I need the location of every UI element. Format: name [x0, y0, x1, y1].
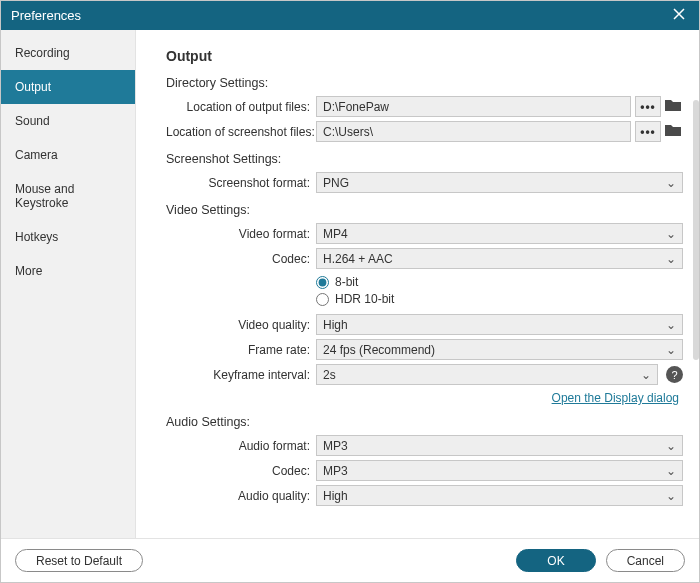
bitdepth-8bit-input[interactable]: [316, 276, 329, 289]
screenshot-location-browse-button[interactable]: •••: [635, 121, 661, 142]
video-codec-label: Codec:: [166, 252, 316, 266]
audio-codec-label: Codec:: [166, 464, 316, 478]
screenshot-location-open-folder-icon[interactable]: [665, 123, 683, 141]
screenshot-location-field[interactable]: C:\Users\: [316, 121, 631, 142]
video-format-value: MP4: [323, 227, 348, 241]
sidebar-item-output[interactable]: Output: [1, 70, 135, 104]
body: Recording Output Sound Camera Mouse and …: [1, 30, 699, 538]
audio-format-value: MP3: [323, 439, 348, 453]
chevron-down-icon: ⌄: [666, 489, 676, 503]
chevron-down-icon: ⌄: [666, 318, 676, 332]
section-video: Video Settings:: [166, 203, 683, 217]
audio-format-select[interactable]: MP3 ⌄: [316, 435, 683, 456]
bitdepth-hdr-input[interactable]: [316, 293, 329, 306]
chevron-down-icon: ⌄: [666, 439, 676, 453]
chevron-down-icon: ⌄: [641, 368, 651, 382]
keyframe-interval-value: 2s: [323, 368, 336, 382]
page-title: Output: [166, 48, 683, 64]
section-directory: Directory Settings:: [166, 76, 683, 90]
keyframe-interval-select[interactable]: 2s ⌄: [316, 364, 658, 385]
ok-button[interactable]: OK: [516, 549, 595, 572]
frame-rate-value: 24 fps (Recommend): [323, 343, 435, 357]
output-location-field[interactable]: D:\FonePaw: [316, 96, 631, 117]
output-location-label: Location of output files:: [166, 100, 316, 114]
screenshot-format-label: Screenshot format:: [166, 176, 316, 190]
reset-to-default-button[interactable]: Reset to Default: [15, 549, 143, 572]
section-audio: Audio Settings:: [166, 415, 683, 429]
video-codec-select[interactable]: H.264 + AAC ⌄: [316, 248, 683, 269]
sidebar-item-mouse-keystroke[interactable]: Mouse and Keystroke: [1, 172, 135, 220]
preferences-window: Preferences Recording Output Sound Camer…: [0, 0, 700, 583]
video-format-label: Video format:: [166, 227, 316, 241]
sidebar: Recording Output Sound Camera Mouse and …: [1, 30, 136, 538]
scrollbar[interactable]: [693, 100, 699, 360]
open-display-dialog-link[interactable]: Open the Display dialog: [552, 391, 679, 405]
keyframe-help-icon[interactable]: ?: [666, 366, 683, 383]
frame-rate-label: Frame rate:: [166, 343, 316, 357]
audio-codec-value: MP3: [323, 464, 348, 478]
frame-rate-select[interactable]: 24 fps (Recommend) ⌄: [316, 339, 683, 360]
titlebar: Preferences: [1, 1, 699, 30]
screenshot-format-select[interactable]: PNG ⌄: [316, 172, 683, 193]
cancel-button[interactable]: Cancel: [606, 549, 685, 572]
screenshot-format-value: PNG: [323, 176, 349, 190]
footer: Reset to Default OK Cancel: [1, 538, 699, 582]
bitdepth-hdr-radio[interactable]: HDR 10-bit: [316, 292, 394, 306]
bitdepth-hdr-label: HDR 10-bit: [335, 292, 394, 306]
close-icon[interactable]: [669, 7, 689, 24]
bitdepth-radio-group: 8-bit HDR 10-bit: [316, 273, 394, 310]
video-quality-value: High: [323, 318, 348, 332]
chevron-down-icon: ⌄: [666, 464, 676, 478]
audio-quality-label: Audio quality:: [166, 489, 316, 503]
bitdepth-8bit-label: 8-bit: [335, 275, 358, 289]
screenshot-location-label: Location of screenshot files:: [166, 125, 316, 139]
audio-codec-select[interactable]: MP3 ⌄: [316, 460, 683, 481]
video-quality-select[interactable]: High ⌄: [316, 314, 683, 335]
video-format-select[interactable]: MP4 ⌄: [316, 223, 683, 244]
keyframe-interval-label: Keyframe interval:: [166, 368, 316, 382]
chevron-down-icon: ⌄: [666, 343, 676, 357]
chevron-down-icon: ⌄: [666, 227, 676, 241]
sidebar-item-camera[interactable]: Camera: [1, 138, 135, 172]
video-codec-value: H.264 + AAC: [323, 252, 393, 266]
section-screenshot: Screenshot Settings:: [166, 152, 683, 166]
sidebar-item-more[interactable]: More: [1, 254, 135, 288]
sidebar-item-hotkeys[interactable]: Hotkeys: [1, 220, 135, 254]
content: Output Directory Settings: Location of o…: [136, 30, 699, 538]
chevron-down-icon: ⌄: [666, 252, 676, 266]
chevron-down-icon: ⌄: [666, 176, 676, 190]
sidebar-item-sound[interactable]: Sound: [1, 104, 135, 138]
window-title: Preferences: [11, 8, 669, 23]
output-location-browse-button[interactable]: •••: [635, 96, 661, 117]
audio-format-label: Audio format:: [166, 439, 316, 453]
video-quality-label: Video quality:: [166, 318, 316, 332]
bitdepth-8bit-radio[interactable]: 8-bit: [316, 275, 394, 289]
audio-quality-select[interactable]: High ⌄: [316, 485, 683, 506]
output-location-open-folder-icon[interactable]: [665, 98, 683, 116]
audio-quality-value: High: [323, 489, 348, 503]
sidebar-item-recording[interactable]: Recording: [1, 36, 135, 70]
